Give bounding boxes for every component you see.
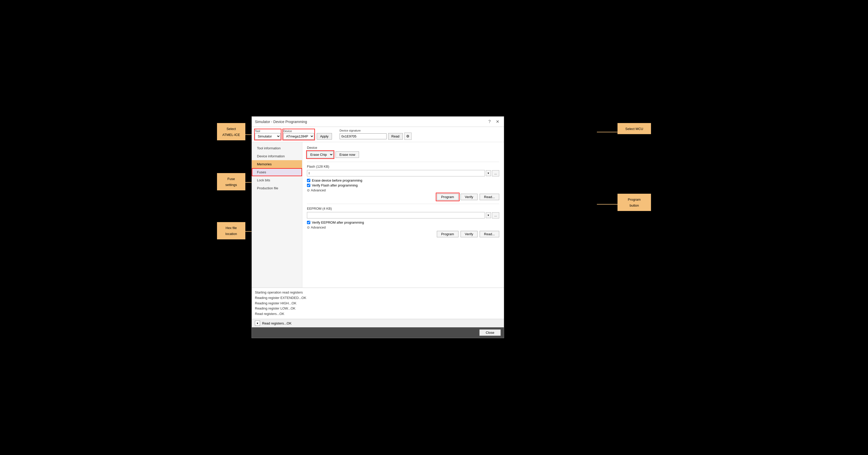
tool-select[interactable]: Simulator (255, 133, 281, 140)
device-sig-label: Device signature (340, 129, 411, 132)
screen: Select ATMEL-ICE Select MCU Fuse setting… (217, 114, 651, 341)
dialog-window: Simulator - Device Programming ? ✕ Tool … (251, 116, 504, 338)
verify-eeprom-checkbox[interactable] (307, 221, 310, 224)
annotation-select-mcu: Select MCU (618, 123, 651, 134)
device-sig-group: Device signature Read ⚙ (340, 129, 411, 140)
sidebar-item-memories[interactable]: Memories (252, 160, 302, 168)
title-bar-controls: ? ✕ (487, 119, 501, 124)
log-line-2: Reading register EXTENDED...OK (255, 295, 501, 301)
sidebar: Tool information Device information Memo… (252, 142, 302, 288)
eeprom-read-button[interactable]: Read... (479, 231, 499, 237)
log-area: Starting operation read registers Readin… (252, 288, 504, 319)
verify-flash-label: Verify Flash after programming (312, 183, 358, 187)
log-line-4: Reading register LOW...OK (255, 306, 501, 311)
erase-chip-select[interactable]: Erase Chip (307, 151, 334, 158)
main-content: Tool information Device information Memo… (252, 142, 504, 288)
device-select[interactable]: ATmega1284P (283, 133, 314, 140)
log-line-3: Reading register HIGH...OK (255, 301, 501, 306)
device-row: Erase Chip Erase now (307, 151, 499, 158)
title-bar: Simulator - Device Programming ? ✕ (252, 117, 504, 127)
flash-program-button[interactable]: Program (437, 194, 459, 200)
log-line-1: Starting operation read registers (255, 290, 501, 295)
tool-label: Tool (255, 130, 281, 133)
sidebar-item-tool-information[interactable]: Tool information (252, 144, 302, 152)
help-button[interactable]: ? (487, 119, 492, 124)
sidebar-item-lock-bits[interactable]: Lock bits (252, 176, 302, 184)
verify-flash-checkbox[interactable] (307, 183, 310, 187)
flash-section: Flash (128 KB) ▾ ... Erase device before… (307, 162, 499, 200)
flash-advanced-row[interactable]: ⊙ Advanced (307, 188, 499, 192)
footer: Close (252, 327, 504, 338)
eeprom-input-row: ▾ ... (307, 212, 499, 219)
status-arrow-button[interactable]: ▼ (255, 321, 260, 326)
sidebar-item-device-information[interactable]: Device information (252, 152, 302, 160)
flash-actions: Program Verify Read... (307, 194, 499, 200)
flash-read-button[interactable]: Read... (479, 194, 499, 200)
eeprom-verify-button[interactable]: Verify (461, 231, 478, 237)
verify-eeprom-label: Verify EEPROM after programming (312, 221, 364, 224)
erase-before-checkbox-row: Erase device before programming (307, 178, 499, 182)
flash-browse-button[interactable]: ... (492, 170, 499, 176)
device-section: Device Erase Chip Erase now (307, 146, 499, 158)
apply-button[interactable]: Apply (317, 133, 332, 140)
log-line-5: Read registers...OK (255, 311, 501, 317)
device-section-title: Device (307, 146, 499, 150)
verify-eeprom-checkbox-row: Verify EEPROM after programming (307, 221, 499, 224)
toolbar: Tool Simulator Device ATmega1284P Apply … (252, 127, 504, 142)
annotation-select-atmel: Select ATMEL-ICE (217, 123, 245, 140)
status-bar: ▼ Read registers...OK (252, 319, 504, 327)
verify-flash-checkbox-row: Verify Flash after programming (307, 183, 499, 187)
close-title-button[interactable]: ✕ (494, 119, 501, 124)
tool-field-group: Tool Simulator (255, 130, 281, 140)
flash-advanced-label: Advanced (311, 188, 326, 192)
sidebar-item-production-file[interactable]: Production file (252, 184, 302, 192)
eeprom-advanced-label: Advanced (311, 225, 326, 229)
gear-button[interactable]: ⚙ (404, 133, 411, 140)
flash-title: Flash (128 KB) (307, 165, 499, 168)
erase-now-button[interactable]: Erase now (336, 151, 359, 158)
eeprom-actions: Program Verify Read... (307, 231, 499, 237)
dialog-title: Simulator - Device Programming (255, 120, 307, 124)
eeprom-title: EEPROM (4 KB) (307, 207, 499, 210)
annotation-fuse-settings: Fuse settings (217, 173, 245, 190)
eeprom-advanced-row[interactable]: ⊙ Advanced (307, 225, 499, 229)
eeprom-browse-button[interactable]: ... (492, 212, 499, 219)
erase-before-label: Erase device before programming (312, 178, 362, 182)
eeprom-dropdown-button[interactable]: ▾ (486, 212, 491, 218)
device-sig-input[interactable] (340, 133, 386, 139)
eeprom-file-input[interactable] (307, 212, 485, 219)
flash-input-row: ▾ ... (307, 170, 499, 176)
device-label: Device (283, 130, 314, 133)
right-panel: Device Erase Chip Erase now Flash (128 K… (302, 142, 504, 288)
close-button[interactable]: Close (479, 330, 501, 336)
sidebar-item-fuses[interactable]: Fuses (252, 168, 302, 176)
flash-dropdown-button[interactable]: ▾ (486, 170, 491, 176)
flash-verify-button[interactable]: Verify (461, 194, 478, 200)
flash-file-input[interactable] (307, 170, 485, 176)
annotation-program-button: Program button (618, 194, 651, 211)
read-sig-button[interactable]: Read (388, 133, 403, 140)
annotation-hex-file: Hex file location (217, 222, 245, 239)
eeprom-program-button[interactable]: Program (437, 231, 459, 237)
erase-before-checkbox[interactable] (307, 179, 310, 182)
device-field-group: Device ATmega1284P (283, 130, 314, 140)
eeprom-section: EEPROM (4 KB) ▾ ... Verify EEPROM after … (307, 204, 499, 237)
status-text: Read registers...OK (262, 321, 291, 325)
device-sig-row: Read ⚙ (340, 133, 411, 140)
